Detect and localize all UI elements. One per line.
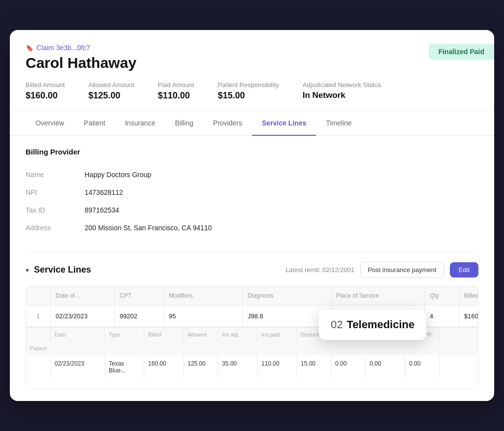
allowed-value: $125.00 bbox=[89, 91, 134, 101]
sub-th-date: Date bbox=[51, 328, 105, 341]
latest-remit-text: Latest remit: 02/12/2001 bbox=[285, 266, 354, 274]
th-cpt: CPT bbox=[115, 286, 164, 305]
bp-taxid-label: Tax ID bbox=[26, 201, 85, 219]
service-lines-header-right: Latest remit: 02/12/2001 Post insurance … bbox=[285, 262, 478, 278]
service-lines-header-left: ▾ Service Lines bbox=[26, 265, 91, 275]
place-of-service-tooltip: 02 Telemedicine bbox=[319, 309, 426, 340]
sub-td-co-ins: 0.00 bbox=[331, 355, 366, 379]
sub-td-ins-adj: 35.00 bbox=[218, 355, 257, 379]
td-billed-value: $160.00 bbox=[459, 306, 478, 327]
billed-label: Billed Amount bbox=[26, 81, 65, 89]
status-badge: Finalized Paid bbox=[429, 44, 494, 60]
td-num: 1 bbox=[26, 306, 51, 327]
bp-taxid-value: 897162534 bbox=[85, 201, 478, 219]
sub-td-type: Texas Blue... bbox=[105, 355, 144, 379]
sub-td-copay: 0.00 bbox=[366, 355, 405, 379]
sub-th-patient: Patient bbox=[26, 341, 51, 355]
patient-resp-metric: Patient Responsibility $15.00 bbox=[218, 81, 279, 101]
claim-icon: 🔖 bbox=[26, 44, 33, 52]
tooltip-name: Telemedicine bbox=[346, 318, 414, 331]
sub-th-empty bbox=[26, 328, 51, 341]
sub-td-patient bbox=[26, 379, 51, 389]
edit-button[interactable]: Edit bbox=[450, 262, 478, 277]
paid-label: Paid Amount bbox=[158, 81, 194, 89]
th-place-of-service: Place of Service bbox=[331, 286, 425, 305]
service-lines-header: ▾ Service Lines Latest remit: 02/12/2001… bbox=[26, 262, 478, 278]
table-row: 1 02/23/2023 99202 95 J98.8 4 $160.00 02… bbox=[26, 306, 478, 327]
tooltip-code: 02 bbox=[331, 318, 343, 331]
td-date: 02/23/2023 bbox=[51, 306, 115, 327]
patient-name: Carol Hathaway bbox=[26, 55, 478, 71]
sub-td-empty bbox=[26, 355, 51, 379]
chevron-icon: ▾ bbox=[26, 266, 29, 274]
service-lines-title: Service Lines bbox=[34, 265, 91, 275]
tab-patient[interactable]: Patient bbox=[74, 111, 115, 136]
sub-th-ins-paid: Ins paid bbox=[257, 328, 297, 341]
paid-value: $110.00 bbox=[158, 91, 194, 101]
patient-resp-label: Patient Responsibility bbox=[218, 81, 279, 89]
th-qty: Qty bbox=[425, 286, 459, 305]
divider bbox=[26, 251, 478, 252]
billed-value: $160.00 bbox=[26, 91, 65, 101]
billed-amount-metric: Billed Amount $160.00 bbox=[26, 81, 65, 101]
bp-address-value: 200 Mission St, San Francisco, CA 94110 bbox=[85, 219, 478, 237]
table-header-row: Date of... CPT Modifiers Diagnosis Place… bbox=[26, 286, 478, 306]
sub-td-date: 02/23/2023 bbox=[51, 355, 105, 379]
network-status-metric: Adjudicated Network Status In Network bbox=[303, 81, 381, 101]
tab-service-lines[interactable]: Service Lines bbox=[252, 111, 316, 136]
paid-amount-metric: Paid Amount $110.00 bbox=[158, 81, 194, 101]
sub-td-allowed: 125.00 bbox=[184, 355, 218, 379]
allowed-label: Allowed Amount bbox=[89, 81, 134, 89]
latest-remit-label: Latest remit: bbox=[285, 266, 321, 274]
sub-td-ins-paid: 110.00 bbox=[257, 355, 297, 379]
main-content: Billing Provider Name Happy Doctors Grou… bbox=[10, 136, 494, 401]
sub-table-row: 02/23/2023 Texas Blue... 160.00 125.00 3… bbox=[26, 355, 478, 389]
th-num bbox=[26, 286, 51, 305]
post-insurance-payment-button[interactable]: Post insurance payment bbox=[360, 262, 443, 278]
sub-th-ins-adj: Ins adj bbox=[218, 328, 257, 341]
tab-timeline[interactable]: Timeline bbox=[316, 111, 361, 136]
th-modifiers: Modifiers bbox=[164, 286, 243, 305]
network-status-value: In Network bbox=[303, 91, 381, 100]
tab-providers[interactable]: Providers bbox=[203, 111, 252, 136]
claim-id: Claim 3e3b...0fc7 bbox=[36, 44, 90, 52]
latest-remit-date: 02/12/2001 bbox=[322, 266, 354, 274]
sub-th-allowed: Allowed bbox=[184, 328, 218, 341]
bp-npi-value: 1473628112 bbox=[85, 184, 478, 201]
service-lines-table: Date of... CPT Modifiers Diagnosis Place… bbox=[26, 286, 478, 389]
allowed-amount-metric: Allowed Amount $125.00 bbox=[89, 81, 134, 101]
sub-td-deductible: 15.00 bbox=[297, 355, 331, 379]
network-status-label: Adjudicated Network Status bbox=[303, 81, 381, 89]
th-date: Date of... bbox=[51, 286, 115, 305]
sub-td-billed: 160.00 bbox=[144, 355, 184, 379]
billing-provider-title: Billing Provider bbox=[26, 148, 478, 156]
bp-address-label: Address bbox=[26, 219, 85, 237]
sub-td-other-pr: 0.00 bbox=[405, 355, 440, 379]
td-cpt: 99202 bbox=[115, 306, 164, 327]
tab-insurance[interactable]: Insurance bbox=[115, 111, 165, 136]
bp-name-label: Name bbox=[26, 166, 85, 184]
claim-link[interactable]: 🔖 Claim 3e3b...0fc7 bbox=[26, 44, 478, 52]
sub-th-billed: Billed bbox=[144, 328, 184, 341]
td-modifiers: 95 bbox=[164, 306, 243, 327]
tabs: Overview Patient Insurance Billing Provi… bbox=[10, 111, 494, 136]
patient-resp-value: $15.00 bbox=[218, 91, 279, 101]
metrics-row: Billed Amount $160.00 Allowed Amount $12… bbox=[26, 81, 478, 101]
billing-provider-grid: Name Happy Doctors Group NPI 1473628112 … bbox=[26, 166, 478, 237]
bp-npi-label: NPI bbox=[26, 184, 85, 201]
td-diagnosis: J98.8 bbox=[243, 306, 331, 327]
th-billed: Billed bbox=[459, 286, 478, 305]
bp-name-value: Happy Doctors Group bbox=[85, 166, 478, 184]
tab-overview[interactable]: Overview bbox=[26, 111, 74, 136]
td-qty: 4 bbox=[425, 306, 459, 327]
th-diagnosis: Diagnosis bbox=[243, 286, 331, 305]
tab-billing[interactable]: Billing bbox=[165, 111, 203, 136]
sub-th-type: Type bbox=[105, 328, 144, 341]
